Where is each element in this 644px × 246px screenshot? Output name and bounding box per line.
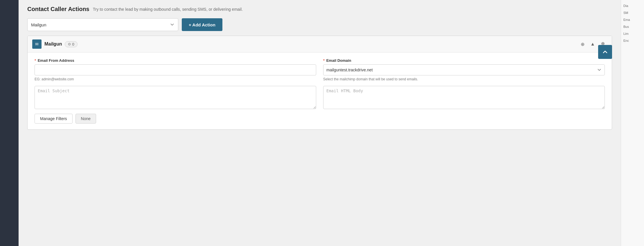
email-domain-group: * Email Domain mailguntest.trackdrive.ne… — [323, 58, 605, 81]
right-sidebar-item-dia[interactable]: Dia — [623, 3, 642, 9]
email-body-group — [323, 86, 605, 109]
none-button[interactable]: None — [75, 114, 96, 124]
email-domain-hint: Select the mailchimp domain that will be… — [323, 77, 605, 81]
textarea-row — [35, 86, 605, 109]
section-title: Contact Caller Actions — [27, 6, 89, 12]
email-domain-label: * Email Domain — [323, 58, 605, 63]
section-title-row: Contact Caller Actions Try to contact th… — [27, 6, 612, 12]
email-from-group: * Email From Address EG: admin@website.c… — [35, 58, 316, 81]
right-sidebar-item-lim[interactable]: Lim — [623, 31, 642, 37]
left-sidebar — [0, 0, 19, 246]
required-star: * — [35, 58, 36, 63]
right-sidebar-item-sm[interactable]: SM — [623, 10, 642, 16]
move-button[interactable]: ⊕ — [579, 40, 586, 48]
right-sidebar-item-ema[interactable]: Ema — [623, 17, 642, 23]
manage-filters-button[interactable]: Manage Filters — [35, 114, 73, 124]
person-icon: ⊙ — [68, 42, 71, 46]
email-subject-group — [35, 86, 316, 109]
required-star-domain: * — [323, 58, 325, 63]
badge-count: 0 — [72, 42, 74, 46]
card-header: ✉ Mailgun ⊙ 0 ⊕ ▲ 🗑 — [28, 36, 612, 53]
action-row: Mailgun + Add Action — [27, 18, 612, 31]
email-from-input[interactable] — [35, 64, 316, 75]
button-row: Manage Filters None — [35, 114, 605, 124]
email-from-hint: EG: admin@website.com — [35, 77, 316, 81]
card-body: * Email From Address EG: admin@website.c… — [28, 53, 612, 129]
email-from-label: * Email From Address — [35, 58, 316, 63]
right-sidebar-item-bus[interactable]: Bus — [623, 24, 642, 30]
section-subtitle: Try to contact the lead by making outbou… — [93, 7, 243, 12]
right-sidebar: Dia SM Ema Bus Lim Enc — [621, 0, 644, 246]
add-action-button[interactable]: + Add Action — [182, 18, 222, 31]
email-domain-select[interactable]: mailguntest.trackdrive.net — [323, 64, 605, 75]
mailgun-action-card: ✉ Mailgun ⊙ 0 ⊕ ▲ 🗑 * Email From Address — [27, 36, 612, 130]
collapse-button[interactable]: ▲ — [589, 40, 597, 48]
email-body-textarea[interactable] — [323, 86, 605, 109]
chevron-up-icon — [602, 49, 608, 55]
email-icon: ✉ — [32, 39, 42, 49]
card-title: Mailgun — [44, 41, 62, 47]
scroll-up-button[interactable] — [598, 45, 612, 59]
main-content: Contact Caller Actions Try to contact th… — [19, 0, 621, 246]
badge: ⊙ 0 — [65, 41, 77, 47]
right-sidebar-item-enc[interactable]: Enc — [623, 38, 642, 44]
action-type-select[interactable]: Mailgun — [27, 18, 178, 31]
top-form-row: * Email From Address EG: admin@website.c… — [35, 58, 605, 81]
email-subject-textarea[interactable] — [35, 86, 316, 109]
